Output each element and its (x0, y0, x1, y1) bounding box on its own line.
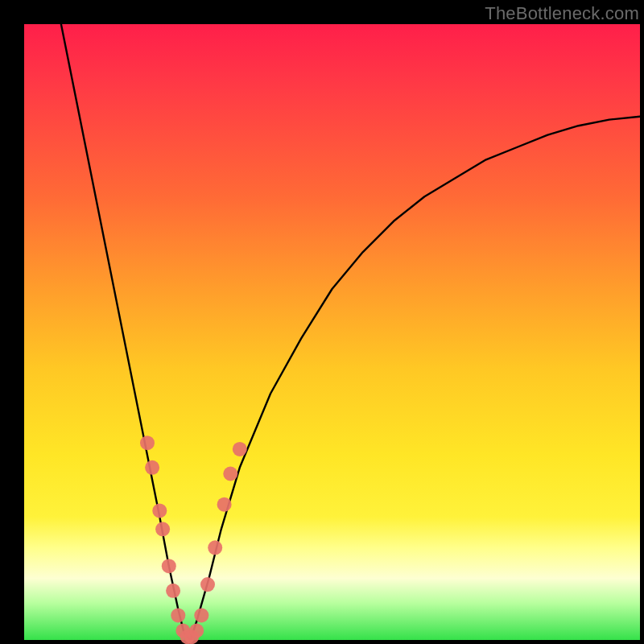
data-point (189, 624, 204, 638)
data-point (155, 522, 170, 536)
data-point (208, 540, 222, 555)
bottleneck-curve-left-branch (61, 24, 191, 640)
data-point (200, 577, 215, 592)
data-point (145, 460, 159, 475)
data-point (152, 503, 167, 518)
chart-frame: TheBottleneck.com (0, 0, 644, 644)
data-point (140, 436, 155, 450)
plot-area (24, 24, 640, 640)
curve-layer (24, 24, 640, 640)
watermark-text: TheBottleneck.com (485, 3, 639, 24)
data-point (171, 608, 185, 622)
data-point (217, 497, 232, 512)
data-point (166, 584, 180, 598)
data-point (223, 467, 237, 481)
bottleneck-curve-right-branch (191, 117, 640, 640)
data-point (194, 608, 208, 622)
data-point (162, 559, 176, 573)
data-point (233, 442, 247, 456)
